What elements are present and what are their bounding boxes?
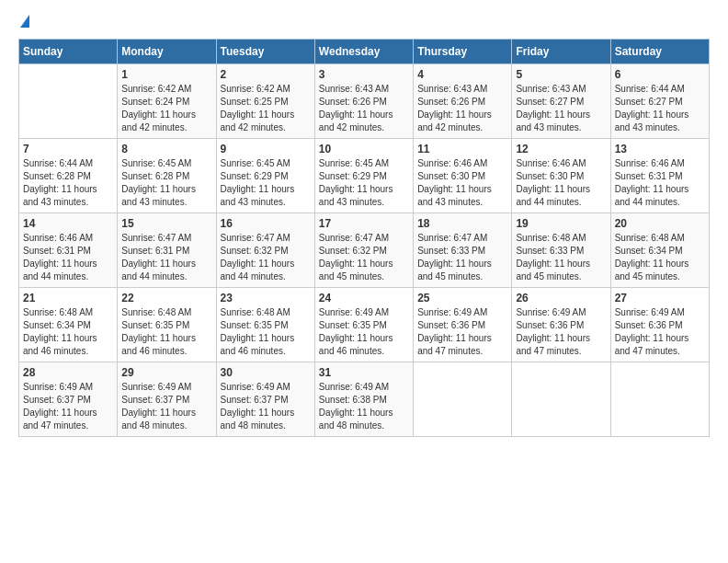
day-info: Sunrise: 6:49 AM Sunset: 6:37 PM Dayligh… (221, 381, 311, 432)
calendar-cell: 19Sunrise: 6:48 AM Sunset: 6:33 PM Dayli… (512, 213, 610, 288)
weekday-header-tuesday: Tuesday (216, 40, 314, 64)
day-info: Sunrise: 6:49 AM Sunset: 6:36 PM Dayligh… (615, 306, 705, 358)
day-number: 7 (23, 143, 113, 155)
calendar-cell: 7Sunrise: 6:44 AM Sunset: 6:28 PM Daylig… (19, 139, 118, 213)
week-row-2: 7Sunrise: 6:44 AM Sunset: 6:28 PM Daylig… (19, 139, 710, 213)
day-number: 1 (121, 68, 211, 81)
day-info: Sunrise: 6:47 AM Sunset: 6:32 PM Dayligh… (221, 232, 311, 283)
day-info: Sunrise: 6:48 AM Sunset: 6:34 PM Dayligh… (23, 306, 113, 358)
day-number: 5 (516, 68, 606, 81)
calendar-table: SundayMondayTuesdayWednesdayThursdayFrid… (18, 39, 710, 437)
calendar-cell: 29Sunrise: 6:49 AM Sunset: 6:37 PM Dayli… (118, 362, 216, 437)
day-number: 2 (221, 68, 311, 81)
calendar-cell: 1Sunrise: 6:42 AM Sunset: 6:24 PM Daylig… (118, 64, 216, 139)
weekday-header-thursday: Thursday (414, 40, 512, 64)
day-info: Sunrise: 6:45 AM Sunset: 6:29 PM Dayligh… (221, 157, 311, 209)
calendar-cell (414, 362, 512, 437)
calendar-cell: 26Sunrise: 6:49 AM Sunset: 6:36 PM Dayli… (512, 288, 610, 362)
day-info: Sunrise: 6:49 AM Sunset: 6:36 PM Dayligh… (417, 306, 507, 358)
weekday-header-row: SundayMondayTuesdayWednesdayThursdayFrid… (19, 40, 710, 64)
day-number: 24 (319, 292, 409, 304)
calendar-cell (19, 64, 118, 139)
calendar-cell: 4Sunrise: 6:43 AM Sunset: 6:26 PM Daylig… (414, 64, 512, 139)
calendar-cell: 28Sunrise: 6:49 AM Sunset: 6:37 PM Dayli… (19, 362, 118, 437)
day-number: 20 (615, 217, 705, 230)
day-info: Sunrise: 6:49 AM Sunset: 6:36 PM Dayligh… (516, 306, 606, 358)
day-number: 30 (221, 366, 311, 379)
calendar-cell: 15Sunrise: 6:47 AM Sunset: 6:31 PM Dayli… (118, 213, 216, 288)
day-info: Sunrise: 6:46 AM Sunset: 6:30 PM Dayligh… (417, 157, 507, 209)
day-info: Sunrise: 6:48 AM Sunset: 6:34 PM Dayligh… (615, 232, 705, 283)
weekday-header-monday: Monday (118, 40, 216, 64)
day-number: 26 (516, 292, 606, 304)
logo-triangle-icon (20, 15, 29, 28)
day-number: 12 (516, 143, 606, 155)
header (18, 17, 710, 29)
day-info: Sunrise: 6:46 AM Sunset: 6:30 PM Dayligh… (516, 157, 606, 209)
day-info: Sunrise: 6:43 AM Sunset: 6:27 PM Dayligh… (516, 83, 606, 134)
day-number: 21 (23, 292, 113, 304)
calendar-cell: 2Sunrise: 6:42 AM Sunset: 6:25 PM Daylig… (216, 64, 314, 139)
day-info: Sunrise: 6:48 AM Sunset: 6:33 PM Dayligh… (516, 232, 606, 283)
calendar-cell: 24Sunrise: 6:49 AM Sunset: 6:35 PM Dayli… (314, 288, 413, 362)
weekday-header-sunday: Sunday (19, 40, 118, 64)
week-row-5: 28Sunrise: 6:49 AM Sunset: 6:37 PM Dayli… (19, 362, 710, 437)
day-info: Sunrise: 6:46 AM Sunset: 6:31 PM Dayligh… (23, 232, 113, 283)
calendar-cell: 10Sunrise: 6:45 AM Sunset: 6:29 PM Dayli… (314, 139, 413, 213)
weekday-header-wednesday: Wednesday (314, 40, 413, 64)
day-number: 10 (319, 143, 409, 155)
day-info: Sunrise: 6:49 AM Sunset: 6:38 PM Dayligh… (319, 381, 409, 432)
day-info: Sunrise: 6:45 AM Sunset: 6:29 PM Dayligh… (319, 157, 409, 209)
day-number: 9 (221, 143, 311, 155)
calendar-cell (610, 362, 709, 437)
calendar-cell: 12Sunrise: 6:46 AM Sunset: 6:30 PM Dayli… (512, 139, 610, 213)
day-info: Sunrise: 6:43 AM Sunset: 6:26 PM Dayligh… (417, 83, 507, 134)
calendar-cell: 13Sunrise: 6:46 AM Sunset: 6:31 PM Dayli… (610, 139, 709, 213)
day-number: 18 (417, 217, 507, 230)
calendar-cell: 22Sunrise: 6:48 AM Sunset: 6:35 PM Dayli… (118, 288, 216, 362)
calendar-cell: 17Sunrise: 6:47 AM Sunset: 6:32 PM Dayli… (314, 213, 413, 288)
day-info: Sunrise: 6:49 AM Sunset: 6:35 PM Dayligh… (319, 306, 409, 358)
day-info: Sunrise: 6:48 AM Sunset: 6:35 PM Dayligh… (221, 306, 311, 358)
calendar-cell: 16Sunrise: 6:47 AM Sunset: 6:32 PM Dayli… (216, 213, 314, 288)
day-number: 11 (417, 143, 507, 155)
calendar-cell: 18Sunrise: 6:47 AM Sunset: 6:33 PM Dayli… (414, 213, 512, 288)
day-number: 4 (417, 68, 507, 81)
week-row-1: 1Sunrise: 6:42 AM Sunset: 6:24 PM Daylig… (19, 64, 710, 139)
day-number: 6 (615, 68, 705, 81)
calendar-cell: 30Sunrise: 6:49 AM Sunset: 6:37 PM Dayli… (216, 362, 314, 437)
day-number: 3 (319, 68, 409, 81)
day-number: 19 (516, 217, 606, 230)
calendar-page: SundayMondayTuesdayWednesdayThursdayFrid… (0, 0, 728, 446)
week-row-4: 21Sunrise: 6:48 AM Sunset: 6:34 PM Dayli… (19, 288, 710, 362)
day-info: Sunrise: 6:42 AM Sunset: 6:24 PM Dayligh… (121, 83, 211, 134)
day-info: Sunrise: 6:47 AM Sunset: 6:33 PM Dayligh… (417, 232, 507, 283)
calendar-cell: 14Sunrise: 6:46 AM Sunset: 6:31 PM Dayli… (19, 213, 118, 288)
calendar-cell: 6Sunrise: 6:44 AM Sunset: 6:27 PM Daylig… (610, 64, 709, 139)
calendar-cell: 5Sunrise: 6:43 AM Sunset: 6:27 PM Daylig… (512, 64, 610, 139)
calendar-cell: 20Sunrise: 6:48 AM Sunset: 6:34 PM Dayli… (610, 213, 709, 288)
day-number: 25 (417, 292, 507, 304)
day-number: 14 (23, 217, 113, 230)
day-number: 28 (23, 366, 113, 379)
day-info: Sunrise: 6:45 AM Sunset: 6:28 PM Dayligh… (121, 157, 211, 209)
day-number: 22 (121, 292, 211, 304)
calendar-cell: 11Sunrise: 6:46 AM Sunset: 6:30 PM Dayli… (414, 139, 512, 213)
day-info: Sunrise: 6:47 AM Sunset: 6:31 PM Dayligh… (121, 232, 211, 283)
calendar-cell: 23Sunrise: 6:48 AM Sunset: 6:35 PM Dayli… (216, 288, 314, 362)
day-info: Sunrise: 6:42 AM Sunset: 6:25 PM Dayligh… (221, 83, 311, 134)
day-number: 17 (319, 217, 409, 230)
calendar-cell: 8Sunrise: 6:45 AM Sunset: 6:28 PM Daylig… (118, 139, 216, 213)
logo (18, 17, 29, 29)
calendar-cell: 9Sunrise: 6:45 AM Sunset: 6:29 PM Daylig… (216, 139, 314, 213)
calendar-cell (512, 362, 610, 437)
day-number: 8 (121, 143, 211, 155)
day-info: Sunrise: 6:48 AM Sunset: 6:35 PM Dayligh… (121, 306, 211, 358)
day-number: 27 (615, 292, 705, 304)
calendar-cell: 31Sunrise: 6:49 AM Sunset: 6:38 PM Dayli… (314, 362, 413, 437)
day-number: 16 (221, 217, 311, 230)
day-info: Sunrise: 6:49 AM Sunset: 6:37 PM Dayligh… (121, 381, 211, 432)
day-number: 29 (121, 366, 211, 379)
day-number: 31 (319, 366, 409, 379)
day-info: Sunrise: 6:44 AM Sunset: 6:27 PM Dayligh… (615, 83, 705, 134)
